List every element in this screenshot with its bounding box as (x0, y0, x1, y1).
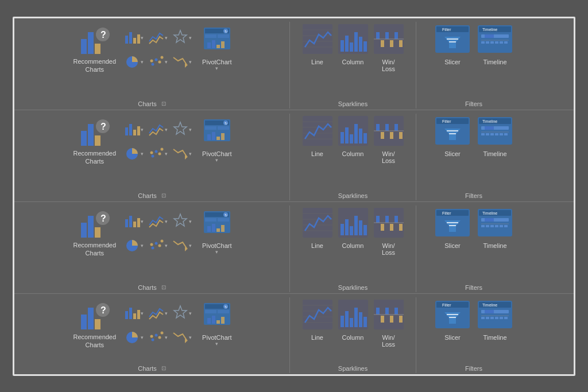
sparkline-line-button[interactable]: Line (303, 116, 332, 188)
chart-type-button-0[interactable]: ▾ (124, 118, 147, 141)
pivotchart-button[interactable]: ↻ PivotChart ▾ (200, 24, 234, 72)
chart-dropdown-arrow-1[interactable]: ▾ (165, 219, 168, 224)
chart-dropdown-arrow-5[interactable]: ▾ (189, 335, 192, 340)
chart-dropdown-arrow-3[interactable]: ▾ (141, 335, 144, 340)
chart-type-button-3[interactable]: ▾ (124, 51, 147, 73)
chart-dropdown-arrow-3[interactable]: ▾ (141, 59, 144, 65)
filter-slicer-button[interactable]: Filter Slicer (434, 300, 471, 360)
chart-type-button-0[interactable]: ▾ (124, 26, 147, 49)
chart-dropdown-arrow-4[interactable]: ▾ (165, 151, 168, 157)
chart-type-button-2[interactable]: ▾ (172, 302, 195, 325)
pivotchart-button[interactable]: ↻ PivotChart ▾ (200, 208, 234, 256)
filter-slicer-button[interactable]: Filter Slicer (434, 116, 471, 188)
chart-dropdown-arrow-0[interactable]: ▾ (141, 35, 144, 41)
chart-type-button-5[interactable]: ▾ (172, 51, 195, 73)
chart-type-button-2[interactable]: ▾ (172, 210, 195, 233)
svg-rect-193 (485, 218, 494, 222)
charts-expand-icon[interactable]: ⊡ (161, 284, 166, 290)
sparkline-winloss-icon (374, 300, 404, 332)
chart-type-button-4[interactable]: ▾ (148, 326, 171, 349)
filter-timeline-button[interactable]: Timeline Timeline (477, 116, 513, 188)
filter-timeline-button[interactable]: Timeline Timeline (477, 300, 513, 360)
sparkline-column-icon (338, 300, 368, 332)
sparkline-winloss-label: Win/ Loss (382, 334, 395, 348)
sparkline-column-button[interactable]: Column (338, 300, 368, 360)
chart-dropdown-arrow-1[interactable]: ▾ (165, 127, 168, 133)
chart-dropdown-arrow-4[interactable]: ▾ (165, 243, 168, 249)
sparkline-winloss-button[interactable]: Win/ Loss (374, 116, 404, 188)
sparkline-line-button[interactable]: Line (303, 24, 332, 96)
chart-type-button-4[interactable]: ▾ (148, 142, 171, 165)
svg-rect-154 (218, 218, 229, 222)
recommended-charts-button[interactable]: ? RecommendedCharts (70, 208, 120, 260)
charts-expand-icon[interactable]: ⊡ (161, 192, 166, 199)
chart-type-button-1[interactable]: ▾ (148, 302, 171, 325)
svg-rect-158 (212, 224, 215, 232)
chart-dropdown-arrow-0[interactable]: ▾ (141, 311, 144, 316)
sparkline-winloss-button[interactable]: Win/ Loss (374, 300, 404, 360)
pivotchart-arrow[interactable]: ▾ (215, 157, 218, 163)
pivotchart-button[interactable]: ↻ PivotChart ▾ (200, 116, 234, 164)
chart-type-button-1[interactable]: ▾ (148, 210, 171, 233)
sparkline-line-button[interactable]: Line (303, 208, 332, 280)
filter-timeline-button[interactable]: Timeline Timeline (477, 24, 513, 96)
pivotchart-arrow[interactable]: ▾ (215, 65, 218, 71)
recommended-charts-button[interactable]: ? RecommendedCharts (70, 24, 120, 76)
svg-point-12 (155, 58, 158, 61)
chart-dropdown-arrow-2[interactable]: ▾ (189, 127, 192, 133)
chart-dropdown-arrow-1[interactable]: ▾ (165, 311, 168, 316)
sparkline-column-button[interactable]: Column (338, 24, 368, 96)
chart-dropdown-arrow-2[interactable]: ▾ (189, 35, 192, 41)
chart-type-button-0[interactable]: ▾ (124, 302, 147, 325)
chart-dropdown-arrow-2[interactable]: ▾ (189, 311, 192, 316)
chart-dropdown-arrow-3[interactable]: ▾ (141, 243, 144, 249)
pivotchart-arrow[interactable]: ▾ (215, 249, 218, 255)
recommended-charts-button[interactable]: ? RecommendedCharts (70, 300, 120, 352)
chart-type-button-2[interactable]: ▾ (172, 118, 195, 141)
chart-type-button-1[interactable]: ▾ (148, 118, 171, 141)
chart-type-button-5[interactable]: ▾ (172, 142, 195, 165)
sparkline-column-button[interactable]: Column (338, 116, 368, 188)
chart-dropdown-arrow-5[interactable]: ▾ (189, 151, 192, 157)
chart-type-button-3[interactable]: ▾ (124, 234, 147, 257)
recommended-charts-button[interactable]: ? RecommendedCharts (70, 116, 120, 168)
svg-text:Timeline: Timeline (482, 28, 497, 32)
pivotchart-arrow[interactable]: ▾ (215, 341, 218, 347)
svg-rect-208 (133, 313, 136, 319)
chart-type-button-2[interactable]: ▾ (172, 26, 195, 49)
svg-rect-93 (221, 133, 225, 140)
filter-slicer-button[interactable]: Filter Slicer (434, 208, 471, 280)
chart-dropdown-arrow-4[interactable]: ▾ (165, 59, 168, 65)
sparkline-column-label: Column (342, 334, 364, 341)
pivotchart-button[interactable]: ↻ PivotChart ▾ (200, 300, 234, 348)
chart-dropdown-arrow-5[interactable]: ▾ (189, 243, 192, 249)
chart-type-button-4[interactable]: ▾ (148, 234, 171, 257)
chart-dropdown-arrow-0[interactable]: ▾ (141, 219, 144, 224)
charts-expand-icon[interactable]: ⊡ (161, 100, 166, 107)
sparkline-line-button[interactable]: Line (303, 300, 332, 360)
svg-rect-135 (88, 216, 94, 238)
chart-type-button-4[interactable]: ▾ (148, 51, 171, 73)
chart-type-button-5[interactable]: ▾ (172, 234, 195, 257)
chart-type-button-3[interactable]: ▾ (124, 326, 147, 349)
chart-type-button-5[interactable]: ▾ (172, 326, 195, 349)
charts-expand-icon[interactable]: ⊡ (161, 365, 166, 371)
svg-rect-104 (350, 134, 353, 143)
filter-timeline-button[interactable]: Timeline Timeline (477, 208, 513, 280)
svg-rect-87 (218, 126, 229, 130)
chart-dropdown-arrow-3[interactable]: ▾ (141, 151, 144, 157)
chart-dropdown-arrow-2[interactable]: ▾ (189, 219, 192, 224)
svg-rect-90 (207, 134, 211, 140)
chart-dropdown-arrow-0[interactable]: ▾ (141, 127, 144, 133)
chart-type-button-0[interactable]: ▾ (124, 210, 147, 233)
sparkline-winloss-button[interactable]: Win/ Loss (374, 24, 404, 96)
chart-type-button-1[interactable]: ▾ (148, 26, 171, 49)
chart-type-button-3[interactable]: ▾ (124, 142, 147, 165)
sparkline-column-button[interactable]: Column (338, 208, 368, 280)
filter-slicer-button[interactable]: Filter Slicer (434, 24, 471, 96)
chart-dropdown-arrow-5[interactable]: ▾ (189, 59, 192, 65)
chart-dropdown-arrow-4[interactable]: ▾ (165, 335, 168, 340)
chart-dropdown-arrow-1[interactable]: ▾ (165, 35, 168, 41)
svg-text:↻: ↻ (225, 122, 227, 125)
sparkline-winloss-button[interactable]: Win/ Loss (374, 208, 404, 280)
